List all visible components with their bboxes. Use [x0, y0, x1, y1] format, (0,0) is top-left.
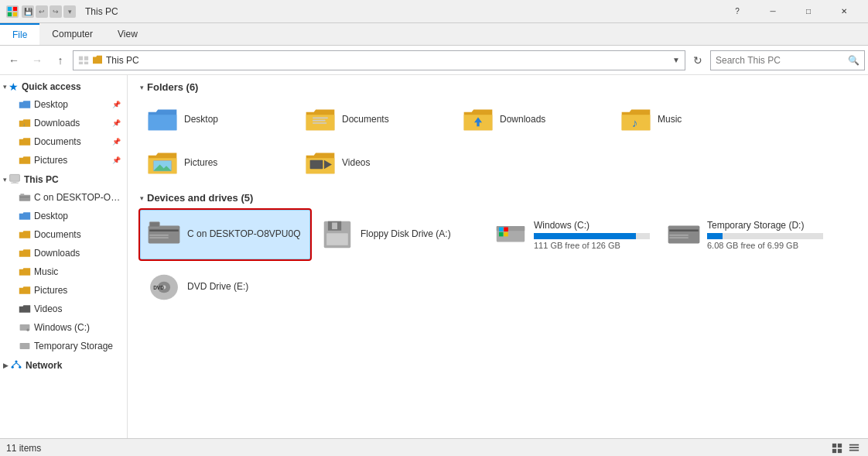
redo-icon[interactable]: ↪	[50, 5, 62, 18]
sidebar-videos-label: Videos	[34, 303, 121, 314]
folder-pictures[interactable]: Pictures	[140, 142, 295, 183]
svg-rect-1	[13, 6, 17, 10]
forward-button[interactable]: →	[26, 50, 48, 71]
svg-rect-7	[84, 61, 88, 64]
dvd-info: DVD Drive (E:)	[187, 281, 303, 294]
sidebar-desktop-label: Desktop	[34, 99, 109, 110]
sidebar-item-pictures[interactable]: Pictures 📌	[12, 151, 127, 170]
quick-access-header[interactable]: ▾ ★ Quick access	[0, 78, 127, 95]
downloads-icon	[463, 105, 494, 133]
drive-windows-c[interactable]: Windows (C:) 111 GB free of 126 GB	[487, 210, 657, 259]
svg-rect-48	[669, 229, 698, 231]
pin-icon: 📌	[112, 101, 121, 108]
tab-view[interactable]: View	[105, 23, 150, 45]
drive-dvd-e[interactable]: DVD DVD Drive (E:)	[140, 262, 310, 312]
svg-point-19	[12, 365, 14, 368]
address-chevron[interactable]: ▼	[672, 56, 680, 64]
svg-rect-46	[504, 232, 508, 237]
view-toggle	[829, 441, 862, 455]
devices-section-header[interactable]: ▾ Devices and drives (5)	[140, 192, 856, 204]
sidebar-item-music[interactable]: Music	[12, 262, 127, 281]
drive-icon	[19, 191, 31, 204]
network-header[interactable]: ▶ Network	[0, 357, 127, 374]
downloads-folder-icon: ↓	[19, 117, 31, 129]
toolbar-dropdown[interactable]: ▾	[63, 5, 76, 18]
folders-section-header[interactable]: ▾ Folders (6)	[140, 81, 856, 93]
windows-c-name: Windows (C:)	[534, 220, 650, 231]
folder-documents[interactable]: Documents	[298, 99, 453, 139]
folder-videos[interactable]: Videos	[298, 142, 453, 183]
svg-rect-39	[332, 222, 337, 229]
pin-icon-doc: 📌	[112, 138, 121, 146]
drive-floppy[interactable]: Floppy Disk Drive (A:)	[313, 210, 484, 259]
back-button[interactable]: ←	[3, 50, 25, 71]
sidebar-item-documents[interactable]: Documents 📌	[12, 132, 127, 151]
search-input[interactable]	[716, 55, 845, 66]
address-icon	[78, 54, 89, 67]
undo-icon[interactable]: ↩	[36, 5, 48, 18]
floppy-info: Floppy Disk Drive (A:)	[361, 228, 477, 242]
main-layout: ▾ ★ Quick access Desktop 📌 ↓ Downloads	[0, 75, 868, 438]
minimize-button[interactable]: ─	[755, 0, 791, 23]
svg-rect-55	[832, 443, 836, 447]
folders-chevron-icon: ▾	[140, 84, 144, 91]
thispc-chevron: ▾	[3, 176, 7, 183]
thispc-header[interactable]: ▾ This PC	[0, 171, 127, 188]
thispc-label: This PC	[24, 174, 59, 185]
svg-point-20	[19, 365, 21, 368]
sidebar-item-thispc-desktop[interactable]: Desktop	[12, 207, 127, 225]
temp-d-space: 6.08 GB free of 6.99 GB	[707, 241, 823, 250]
svg-rect-5	[84, 56, 88, 60]
sidebar-item-thispc-downloads[interactable]: Downloads	[12, 244, 127, 262]
details-view-btn[interactable]	[846, 441, 862, 455]
sidebar-item-pics[interactable]: Pictures	[12, 281, 127, 300]
svg-rect-61	[849, 449, 859, 451]
svg-rect-43	[499, 228, 504, 232]
refresh-button[interactable]: ↻	[687, 50, 709, 71]
save-icon[interactable]: 💾	[22, 5, 34, 18]
large-icons-view-btn[interactable]	[829, 441, 845, 455]
svg-rect-11	[11, 182, 19, 183]
drive-temp-d[interactable]: Temporary Storage (D:) 6.08 GB free of 6…	[660, 210, 830, 259]
search-icon: 🔍	[848, 55, 859, 66]
sidebar-item-windows-c[interactable]: Windows (C:)	[12, 318, 127, 337]
svg-rect-0	[8, 6, 12, 10]
svg-rect-50	[669, 237, 688, 238]
svg-rect-12	[19, 195, 30, 201]
up-button[interactable]: ↑	[50, 50, 71, 71]
help-button[interactable]: ?	[719, 0, 755, 23]
svg-rect-59	[849, 444, 859, 445]
thispc-section: ▾ This PC	[0, 171, 127, 355]
sidebar-item-desktop[interactable]: Desktop 📌	[12, 95, 127, 114]
maximize-button[interactable]: □	[791, 0, 826, 23]
tab-computer[interactable]: Computer	[39, 23, 105, 45]
sidebar-item-downloads[interactable]: ↓ Downloads 📌	[12, 114, 127, 132]
sidebar-item-thispc-documents[interactable]: Documents	[12, 225, 127, 244]
pictures-folder-icon	[19, 154, 31, 166]
folder-downloads[interactable]: Downloads	[456, 99, 610, 139]
sidebar-windows-c-label: Windows (C:)	[34, 322, 121, 333]
windows-drive-icon	[19, 321, 31, 334]
svg-rect-33	[149, 222, 159, 228]
address-path: This PC	[106, 55, 669, 66]
documents-icon	[305, 105, 336, 133]
svg-rect-57	[832, 448, 836, 452]
svg-line-21	[12, 362, 16, 365]
pin-icon-dl: 📌	[112, 119, 121, 127]
folder-music[interactable]: ♪ Music	[613, 99, 768, 139]
sidebar-item-c-drive[interactable]: C on DESKTOP-O8V	[12, 188, 127, 207]
drive-c-desktop[interactable]: C on DESKTOP-O8VPU0Q	[140, 210, 310, 259]
close-button[interactable]: ✕	[826, 0, 862, 23]
svg-rect-56	[838, 443, 842, 447]
sidebar-item-temp-storage[interactable]: Temporary Storage	[12, 337, 127, 355]
search-box[interactable]: 🔍	[710, 50, 865, 70]
address-bar[interactable]: This PC ▼	[73, 50, 685, 70]
folder-desktop[interactable]: Desktop	[140, 99, 295, 139]
sidebar-item-videos[interactable]: Videos	[12, 300, 127, 318]
dvd-name: DVD Drive (E:)	[187, 281, 303, 292]
folder-desktop-label: Desktop	[184, 114, 218, 125]
svg-rect-35	[149, 235, 168, 236]
window-title: This PC	[85, 6, 118, 17]
hdd-icon	[147, 218, 181, 252]
tab-file[interactable]: File	[0, 23, 39, 45]
